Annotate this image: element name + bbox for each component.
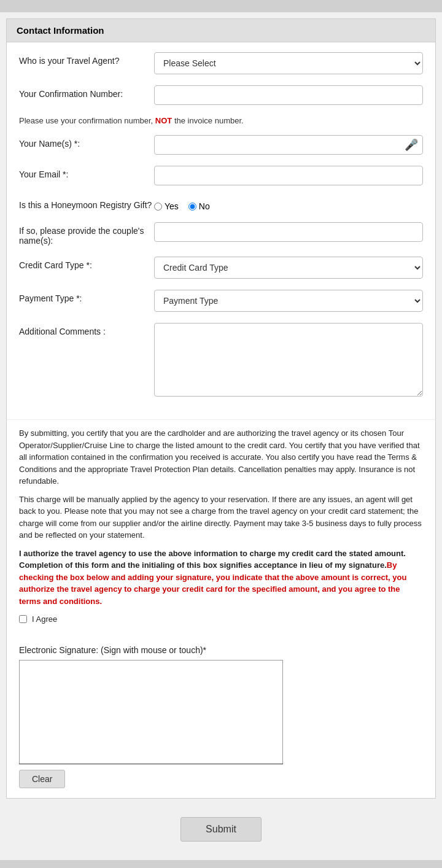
credit-card-type-select[interactable]: Credit Card Type <box>154 257 423 279</box>
honeymoon-row: Is this a Honeymoon Registry Gift? Yes N… <box>19 196 423 211</box>
travel-agent-select[interactable]: Please Select <box>154 52 423 74</box>
terms-paragraph2: This charge will be manually applied by … <box>19 494 423 541</box>
confirmation-control <box>154 85 423 105</box>
signature-section: Electronic Signature: (Sign with mouse o… <box>7 645 435 798</box>
travel-agent-label: Who is your Travel Agent? <box>19 52 154 66</box>
travel-agent-control: Please Select <box>154 52 423 74</box>
form-container: Contact Information Who is your Travel A… <box>6 18 436 799</box>
clear-button[interactable]: Clear <box>19 770 65 788</box>
email-label: Your Email *: <box>19 166 154 179</box>
payment-type-control: Payment Type <box>154 290 423 312</box>
comments-control <box>154 323 423 398</box>
signature-area[interactable] <box>19 660 283 764</box>
honeymoon-no-radio[interactable] <box>188 203 196 211</box>
section-header: Contact Information <box>7 19 435 42</box>
signature-canvas[interactable] <box>20 661 282 764</box>
name-label: Your Name(s) *: <box>19 135 154 149</box>
honeymoon-control: Yes No <box>154 196 423 211</box>
signature-label: Electronic Signature: (Sign with mouse o… <box>19 645 423 655</box>
couple-input[interactable] <box>154 222 423 242</box>
terms-paragraph1: By submitting, you certify that you are … <box>19 427 423 487</box>
confirmation-note: Please use your confirmation number, NOT… <box>19 116 423 125</box>
honeymoon-label: Is this a Honeymoon Registry Gift? <box>19 196 154 210</box>
confirmation-row: Your Confirmation Number: <box>19 85 423 105</box>
name-row: Your Name(s) *: 🎤 <box>19 135 423 155</box>
honeymoon-yes-radio[interactable] <box>154 203 162 211</box>
honeymoon-yes-label[interactable]: Yes <box>154 201 179 211</box>
name-input[interactable] <box>154 135 423 155</box>
payment-type-select[interactable]: Payment Type <box>154 290 423 312</box>
agree-label: I Agree <box>32 613 57 626</box>
signature-line <box>19 764 283 764</box>
submit-section: Submit <box>6 805 436 854</box>
section-title: Contact Information <box>17 25 104 36</box>
comments-textarea[interactable] <box>154 323 423 397</box>
page-wrapper: Contact Information Who is your Travel A… <box>0 12 442 860</box>
honeymoon-no-label[interactable]: No <box>188 201 210 211</box>
couple-row: If so, please provide the couple's name(… <box>19 222 423 246</box>
signature-wrapper <box>19 660 283 764</box>
comments-label: Additional Comments : <box>19 323 154 336</box>
terms-bold-text: I authorize the travel agency to use the… <box>19 549 406 570</box>
honeymoon-yes-text: Yes <box>165 201 179 211</box>
voice-icon[interactable]: 🎤 <box>405 138 418 152</box>
honeymoon-radio-group: Yes No <box>154 196 423 211</box>
credit-card-type-row: Credit Card Type *: Credit Card Type <box>19 257 423 279</box>
note-pre: Please use your confirmation number, <box>19 116 155 125</box>
note-bold: NOT <box>155 116 172 125</box>
payment-type-row: Payment Type *: Payment Type <box>19 290 423 312</box>
submit-button[interactable]: Submit <box>180 817 262 842</box>
name-input-wrapper: 🎤 <box>154 135 423 155</box>
couple-control <box>154 222 423 242</box>
email-control <box>154 166 423 185</box>
payment-type-label: Payment Type *: <box>19 290 154 303</box>
credit-card-type-label: Credit Card Type *: <box>19 257 154 270</box>
name-control: 🎤 <box>154 135 423 155</box>
travel-agent-row: Who is your Travel Agent? Please Select <box>19 52 423 74</box>
email-row: Your Email *: <box>19 166 423 185</box>
confirmation-label: Your Confirmation Number: <box>19 85 154 99</box>
confirmation-input[interactable] <box>154 85 423 105</box>
honeymoon-no-text: No <box>199 201 210 211</box>
form-body: Who is your Travel Agent? Please Select … <box>7 42 435 419</box>
agree-row: I Agree <box>19 613 423 626</box>
couple-label: If so, please provide the couple's name(… <box>19 222 154 246</box>
note-post: the invoice number. <box>172 116 243 125</box>
comments-row: Additional Comments : <box>19 323 423 398</box>
credit-card-type-control: Credit Card Type <box>154 257 423 279</box>
email-input[interactable] <box>154 166 423 185</box>
agree-checkbox[interactable] <box>19 615 27 623</box>
terms-section: By submitting, you certify that you are … <box>7 419 435 645</box>
terms-paragraph3: I authorize the travel agency to use the… <box>19 548 423 608</box>
